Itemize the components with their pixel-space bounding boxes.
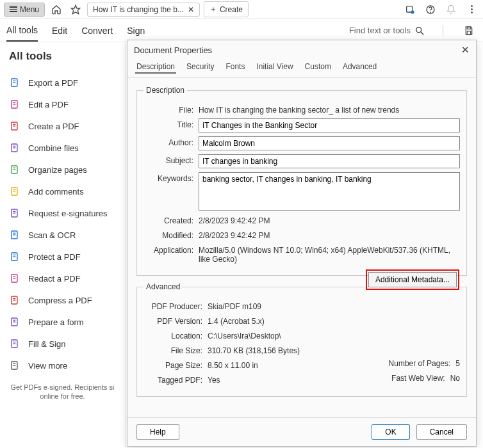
- keywords-label: Keywords:: [143, 172, 193, 183]
- application-label: Application:: [143, 244, 193, 255]
- description-legend: Description: [143, 86, 187, 95]
- sidebar-item-label: Create a PDF: [28, 122, 79, 131]
- menu-label: Menu: [20, 5, 39, 14]
- application-value: Mozilla/5.0 (Windows NT 10.0; Win64; x64…: [199, 244, 460, 264]
- dialog-tab-security[interactable]: Security: [185, 61, 215, 74]
- help-icon: [425, 4, 436, 15]
- dialog-tab-initial-view[interactable]: Initial View: [255, 61, 294, 74]
- author-input[interactable]: [199, 136, 460, 150]
- sidebar-item-label: Request e-signatures: [28, 209, 108, 218]
- sidebar-item-protect-a-pdf[interactable]: Protect a PDF: [9, 246, 116, 268]
- tool-icon: [9, 77, 20, 88]
- sidebar-item-edit-a-pdf[interactable]: Edit a PDF: [9, 93, 116, 115]
- svg-rect-7: [467, 27, 470, 29]
- producer-label: PDF Producer:: [143, 300, 202, 311]
- bell-button[interactable]: [443, 2, 459, 17]
- sidebar-item-request-e-signatures[interactable]: Request e-signatures: [9, 202, 116, 224]
- tools-sidebar: All tools Export a PDFEdit a PDFCreate a…: [0, 42, 126, 448]
- notification-button[interactable]: [402, 2, 418, 17]
- create-button[interactable]: ＋ Create: [204, 1, 249, 17]
- home-button[interactable]: [49, 2, 64, 17]
- additional-metadata-button[interactable]: Additional Metadata...: [368, 272, 457, 287]
- advanced-legend: Advanced: [143, 282, 183, 291]
- title-label: Title:: [143, 118, 193, 129]
- sidebar-item-scan-ocr[interactable]: Scan & OCR: [9, 224, 116, 246]
- tool-icon: [9, 207, 20, 219]
- dialog-footer: Help OK Cancel: [127, 417, 476, 446]
- title-input[interactable]: [199, 118, 460, 132]
- svg-line-6: [421, 32, 423, 35]
- version-value: 1.4 (Acrobat 5.x): [208, 315, 460, 326]
- sidebar-item-compress-a-pdf[interactable]: Compress a PDF: [9, 289, 116, 311]
- subject-input[interactable]: [199, 154, 460, 168]
- tool-tabs-bar: All tools Edit Convert Sign Find text or…: [0, 19, 483, 42]
- svg-point-4: [430, 12, 431, 12]
- filesize-label: File Size:: [143, 344, 202, 355]
- save-button[interactable]: [461, 23, 477, 38]
- keywords-input[interactable]: [199, 172, 460, 211]
- modified-value: 2/8/2023 9:42:42 PM: [199, 229, 460, 240]
- tagged-label: Tagged PDF:: [143, 374, 202, 385]
- sidebar-item-organize-pages[interactable]: Organize pages: [9, 159, 116, 180]
- sidebar-heading: All tools: [9, 50, 116, 63]
- sidebar-item-redact-a-pdf[interactable]: Redact a PDF: [9, 268, 116, 289]
- location-label: Location:: [143, 330, 202, 340]
- save-icon: [464, 26, 474, 36]
- sidebar-item-label: Scan & OCR: [28, 230, 76, 240]
- tab-sign[interactable]: Sign: [127, 20, 145, 41]
- dialog-close-button[interactable]: ✕: [461, 44, 470, 56]
- sidebar-item-label: View more: [28, 361, 67, 371]
- sidebar-item-view-more[interactable]: View more: [9, 355, 116, 376]
- tagged-value: Yes: [208, 374, 220, 385]
- sidebar-item-add-comments[interactable]: Add comments: [9, 180, 116, 202]
- tool-icon: [9, 273, 20, 284]
- menu-button[interactable]: Menu: [4, 3, 45, 17]
- sidebar-item-label: Prepare a form: [28, 317, 84, 327]
- tool-icon: [9, 316, 20, 328]
- sidebar-item-fill-sign[interactable]: Fill & Sign: [9, 333, 116, 355]
- sidebar-item-create-a-pdf[interactable]: Create a PDF: [9, 115, 116, 137]
- document-properties-dialog: Document Properties ✕ DescriptionSecurit…: [127, 40, 477, 447]
- version-label: PDF Version:: [143, 315, 202, 326]
- tab-close-icon[interactable]: ✕: [188, 5, 194, 14]
- dot-icon: [471, 8, 473, 10]
- tab-all-tools[interactable]: All tools: [6, 20, 38, 42]
- overflow-menu-button[interactable]: [464, 2, 479, 17]
- dialog-tab-advanced[interactable]: Advanced: [341, 61, 378, 74]
- help-button[interactable]: Help: [136, 424, 179, 440]
- tool-icon: [9, 294, 20, 306]
- pagesize-value: 8.50 x 11.00 in: [208, 359, 258, 370]
- file-value: How IT is changing the banking sector_ a…: [199, 104, 460, 115]
- tool-icon: [9, 360, 20, 371]
- dialog-tab-custom[interactable]: Custom: [304, 61, 332, 74]
- dialog-tab-description[interactable]: Description: [135, 61, 176, 74]
- tool-icon: [9, 229, 20, 241]
- pagesize-label: Page Size:: [143, 359, 202, 370]
- ok-button[interactable]: OK: [372, 424, 409, 440]
- sidebar-item-label: Edit a PDF: [28, 100, 69, 109]
- sidebar-item-export-a-pdf[interactable]: Export a PDF: [9, 72, 116, 93]
- sidebar-item-label: Protect a PDF: [28, 252, 81, 262]
- sidebar-item-combine-files[interactable]: Combine files: [9, 137, 116, 159]
- tool-icon: [9, 120, 20, 132]
- fastweb-value: No: [450, 374, 460, 383]
- find-box[interactable]: Find text or tools: [349, 26, 425, 36]
- tab-edit[interactable]: Edit: [52, 20, 67, 41]
- tab-convert[interactable]: Convert: [81, 20, 113, 41]
- app-topbar: Menu How IT is changing the b... ✕ ＋ Cre…: [0, 0, 483, 19]
- dialog-titlebar: Document Properties ✕: [127, 40, 476, 60]
- document-tab[interactable]: How IT is changing the b... ✕: [87, 3, 200, 17]
- numpages-label: Number of Pages:: [389, 359, 451, 368]
- create-label: Create: [220, 5, 243, 14]
- plus-icon: ＋: [209, 4, 217, 15]
- dialog-tab-fonts[interactable]: Fonts: [224, 61, 246, 74]
- star-button[interactable]: [68, 2, 83, 17]
- help-button[interactable]: [423, 2, 438, 17]
- tool-icon: [9, 164, 20, 175]
- filesize-value: 310.70 KB (318,156 Bytes): [208, 344, 460, 355]
- sidebar-item-prepare-a-form[interactable]: Prepare a form: [9, 311, 116, 333]
- topbar-right: [402, 2, 479, 17]
- svg-rect-8: [467, 31, 470, 34]
- cancel-button[interactable]: Cancel: [416, 424, 467, 440]
- description-fieldset: Description File:How IT is changing the …: [136, 86, 467, 276]
